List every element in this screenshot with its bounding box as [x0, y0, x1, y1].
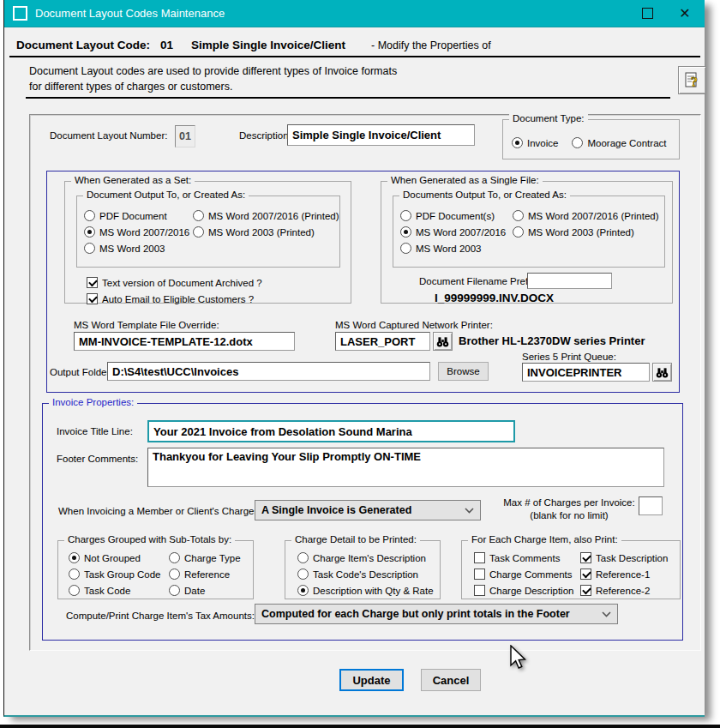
- maximize-button[interactable]: [633, 0, 662, 27]
- radio-icon: [400, 226, 411, 238]
- close-button[interactable]: ✕: [670, 0, 699, 27]
- checkbox-reference-1[interactable]: Reference-1: [580, 566, 680, 582]
- max-charges-input[interactable]: [639, 496, 663, 515]
- info-text-line1: Document Layout codes are used to provid…: [29, 65, 397, 77]
- chevron-down-icon: [465, 508, 474, 514]
- radio-icon: [69, 585, 80, 596]
- checkbox-label: Reference-2: [596, 586, 650, 596]
- header-code-label: Document Layout Code:: [16, 39, 150, 51]
- charge-detail-title: Charge Detail to be Printed:: [291, 534, 420, 544]
- invoicing-mode-value: A Single Invoice is Generated: [261, 504, 411, 516]
- radio-set-word2016[interactable]: MS Word 2007/2016: [84, 224, 193, 240]
- print-queue-input[interactable]: [522, 363, 650, 382]
- layout-number-label: Document Layout Number:: [50, 130, 167, 141]
- output-folder-input[interactable]: [107, 362, 430, 381]
- checkbox-task-description[interactable]: Task Description: [580, 550, 680, 566]
- tax-amounts-value: Computed for each Charge but only print …: [261, 608, 570, 620]
- checkbox-label: Reference-1: [596, 569, 650, 580]
- radio-single-word2003-printed[interactable]: MS Word 2003 (Printed): [513, 224, 664, 240]
- filename-prefix-input[interactable]: [527, 273, 612, 289]
- binoculars-icon: [436, 335, 449, 348]
- invoice-properties-group: Invoice Properties: Invoice Title Line: …: [42, 403, 683, 641]
- window-icon: [13, 6, 27, 21]
- printer-search-button[interactable]: [433, 332, 453, 351]
- header-code-value: 01: [160, 39, 173, 51]
- radio-icon: [169, 569, 180, 580]
- radio-invoice[interactable]: Invoice: [512, 135, 558, 151]
- description-label: Description:: [239, 130, 291, 141]
- radio-label: Task Code: [84, 586, 130, 596]
- radio-charge-type[interactable]: Charge Type: [169, 550, 253, 566]
- printer-name: Brother HL-L2370DW series Printer: [459, 334, 645, 347]
- queue-search-button[interactable]: [652, 363, 672, 382]
- title-bar[interactable]: Document Layout Codes Maintenance ✕: [4, 0, 705, 27]
- checkbox-reference-2[interactable]: Reference-2: [580, 582, 680, 599]
- radio-icon: [193, 210, 204, 221]
- radio-task-code[interactable]: Task Code: [69, 582, 169, 599]
- set-output-title: Document Output To, or Created As:: [83, 190, 249, 200]
- radio-single-word2016-printed[interactable]: MS Word 2007/2016 (Printed): [513, 208, 664, 224]
- radio-icon: [84, 226, 95, 238]
- radio-reference[interactable]: Reference: [169, 566, 253, 582]
- checkbox-label: Task Description: [596, 553, 668, 563]
- radio-single-word2003[interactable]: MS Word 2003: [400, 240, 513, 256]
- radio-date[interactable]: Date: [169, 582, 253, 599]
- checkbox-charge-comments[interactable]: Charge Comments: [474, 566, 580, 582]
- radio-single-pdf[interactable]: PDF Document(s): [400, 208, 513, 224]
- checkbox-icon: [580, 569, 591, 580]
- update-button[interactable]: Update: [339, 669, 404, 691]
- screen: Document Layout Codes Maintenance ✕ Docu…: [0, 0, 720, 728]
- set-output-group: Document Output To, or Created As: PDF D…: [76, 196, 340, 268]
- radio-icon: [69, 552, 80, 563]
- radio-charge-item-description[interactable]: Charge Item's Description: [297, 550, 440, 566]
- checkbox-autoemail[interactable]: Auto Email to Eligible Customers ?: [87, 291, 351, 307]
- radio-set-pdf[interactable]: PDF Document: [84, 208, 193, 224]
- template-input[interactable]: [74, 332, 295, 351]
- radio-set-word2003-printed[interactable]: MS Word 2003 (Printed): [193, 224, 339, 240]
- checkbox-archive[interactable]: Text version of Document Archived ?: [87, 274, 351, 291]
- checkbox-charge-description[interactable]: Charge Description: [474, 582, 580, 599]
- radio-not-grouped[interactable]: Not Grouped: [69, 550, 169, 566]
- radio-set-word2016-printed[interactable]: MS Word 2007/2016 (Printed): [193, 208, 339, 224]
- single-output-title: Documents Output To, or Created As:: [399, 190, 570, 200]
- checkbox-icon: [87, 277, 98, 288]
- radio-label: MS Word 2007/2016 (Printed): [208, 211, 339, 221]
- radio-icon: [400, 210, 411, 221]
- radio-task-group-code[interactable]: Task Group Code: [69, 566, 169, 582]
- description-input[interactable]: [287, 124, 475, 146]
- grouping-title: Charges Grouped with Sub-Totals by:: [64, 534, 235, 544]
- mouse-cursor: [509, 645, 528, 671]
- radio-description-qty-rate[interactable]: Description with Qty & Rate: [297, 582, 440, 599]
- also-print-group: For Each Charge Item, also Print: Task C…: [461, 540, 681, 599]
- radio-icon: [297, 585, 309, 596]
- radio-label: MS Word 2007/2016: [99, 227, 189, 238]
- screen-edge: [0, 725, 720, 728]
- radio-task-code-description[interactable]: Task Code's Description: [297, 566, 440, 582]
- set-group: When Generated as a Set: Document Output…: [64, 181, 351, 304]
- single-file-group: When Generated as a Single File: Documen…: [381, 181, 673, 304]
- radio-set-word2003[interactable]: MS Word 2003: [84, 240, 193, 256]
- layout-number-field: 01: [175, 125, 195, 147]
- invoice-title-input[interactable]: [147, 420, 515, 442]
- radio-icon: [400, 243, 411, 254]
- filename-sample: I_99999999.INV.DOCX: [435, 292, 554, 304]
- radio-moorage-contract[interactable]: Moorage Contract: [572, 135, 666, 151]
- max-charges-note: (blank for no limit): [502, 509, 636, 522]
- single-file-title: When Generated as a Single File:: [387, 175, 543, 185]
- cancel-button[interactable]: Cancel: [421, 669, 481, 691]
- checkbox-label: Task Comments: [489, 553, 560, 563]
- output-folder-label: Output Folder:: [50, 367, 113, 377]
- checkbox-label: Charge Description: [489, 586, 573, 596]
- browse-button[interactable]: Browse: [438, 362, 489, 381]
- printer-port-input[interactable]: [335, 332, 430, 351]
- print-queue-label: Series 5 Print Queue:: [522, 352, 616, 362]
- tax-amounts-select[interactable]: Computed for each Charge but only print …: [255, 604, 618, 624]
- header-modify-label: - Modify the Properties of: [371, 39, 491, 51]
- radio-label: Invoice: [527, 138, 558, 148]
- help-button[interactable]: ?: [678, 66, 706, 94]
- radio-single-word2016[interactable]: MS Word 2007/2016: [400, 224, 513, 240]
- invoicing-mode-select[interactable]: A Single Invoice is Generated: [255, 500, 481, 520]
- footer-comments-input[interactable]: Thankyou for Leaving Your Slip Promptly …: [147, 448, 664, 487]
- document-type-title: Document Type:: [509, 113, 588, 123]
- checkbox-task-comments[interactable]: Task Comments: [474, 550, 580, 566]
